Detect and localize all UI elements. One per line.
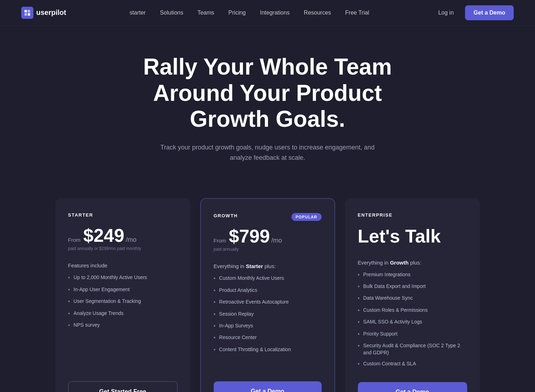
list-item: Session Replay bbox=[214, 311, 322, 318]
enterprise-price-amount: Let's Talk bbox=[358, 226, 467, 246]
list-item: In-App User Engagement bbox=[68, 286, 178, 294]
list-item: SAML SSO & Activity Logs bbox=[358, 318, 467, 326]
logo-text: userpilot bbox=[36, 9, 66, 17]
starter-feature-list: Up to 2,000 Monthly Active Users In-App … bbox=[68, 274, 178, 367]
nav-right: Log in Get a Demo bbox=[432, 5, 514, 20]
starter-cta-button[interactable]: Get Started Free bbox=[68, 381, 178, 392]
growth-card: GROWTH POPULAR From $799 /mo paid annual… bbox=[200, 198, 335, 392]
list-item: Security Audit & Compliance (SOC 2 Type … bbox=[358, 342, 467, 356]
growth-features-title: Everything in Starter plus: bbox=[214, 263, 322, 269]
nav-teams[interactable]: Teams bbox=[192, 7, 220, 18]
list-item: Custom Monthly Active Users bbox=[214, 275, 322, 282]
hero-title: Rally Your Whole Team Around Your Produc… bbox=[115, 54, 420, 132]
nav-resources[interactable]: Resources bbox=[298, 7, 337, 18]
list-item: User Segmentation & Tracking bbox=[68, 298, 178, 305]
login-link[interactable]: Log in bbox=[432, 7, 459, 19]
starter-price-note: paid annually or $299/mo paid monthly bbox=[68, 246, 178, 251]
list-item: Up to 2,000 Monthly Active Users bbox=[68, 274, 178, 282]
nav-get-demo-button[interactable]: Get a Demo bbox=[465, 5, 514, 20]
list-item: Custom Contract & SLA bbox=[358, 360, 467, 368]
starter-price-mo: /mo bbox=[126, 236, 136, 244]
enterprise-card: ENTERPRISE Let's Talk Everything in Grow… bbox=[345, 198, 480, 392]
list-item: Product Analytics bbox=[214, 287, 322, 294]
list-item: Custom Roles & Permissions bbox=[358, 307, 467, 314]
growth-price-from: From bbox=[214, 238, 226, 244]
nav-links: starter Solutions Teams Pricing Integrat… bbox=[124, 10, 375, 16]
growth-price-amount: $799 bbox=[229, 227, 270, 245]
growth-price-row: From $799 /mo bbox=[214, 227, 322, 245]
growth-price-note: paid annually bbox=[214, 247, 322, 252]
list-item: Content Throttling & Localization bbox=[214, 346, 322, 354]
svg-rect-3 bbox=[28, 13, 30, 16]
enterprise-cta-button[interactable]: Get a Demo bbox=[358, 382, 467, 392]
list-item: Analyze Usage Trends bbox=[68, 310, 178, 317]
growth-cta-button[interactable]: Get a Demo bbox=[214, 381, 322, 392]
nav-solutions[interactable]: Solutions bbox=[154, 7, 189, 18]
starter-card: STARTER From $249 /mo paid annually or $… bbox=[55, 198, 190, 392]
starter-plan-label: STARTER bbox=[68, 212, 178, 218]
list-item: Data Warehouse Sync bbox=[358, 295, 467, 302]
enterprise-plan-label: ENTERPRISE bbox=[358, 212, 467, 218]
svg-rect-1 bbox=[28, 10, 30, 12]
logo[interactable]: userpilot bbox=[21, 7, 66, 19]
svg-rect-0 bbox=[24, 10, 27, 12]
nav-pricing[interactable]: Pricing bbox=[223, 7, 251, 18]
nav-free-trial[interactable]: Free Trial bbox=[339, 7, 375, 18]
popular-badge: POPULAR bbox=[291, 213, 322, 221]
logo-icon bbox=[21, 7, 33, 19]
hero-subtitle: Track your product growth goals, nudge u… bbox=[158, 142, 378, 163]
growth-feature-list: Custom Monthly Active Users Product Anal… bbox=[214, 275, 322, 367]
growth-price-mo: /mo bbox=[271, 237, 282, 244]
list-item: In-App Surveys bbox=[214, 322, 322, 330]
list-item: Priority Support bbox=[358, 331, 467, 338]
svg-rect-2 bbox=[24, 13, 27, 16]
list-item: NPS survey bbox=[68, 322, 178, 329]
nav-integrations[interactable]: Integrations bbox=[254, 7, 295, 18]
starter-price-row: From $249 /mo bbox=[68, 226, 178, 245]
list-item: Bulk Data Export and Import bbox=[358, 283, 467, 290]
pricing-section: STARTER From $249 /mo paid annually or $… bbox=[0, 184, 535, 392]
starter-price-amount: $249 bbox=[83, 226, 125, 245]
navigation: userpilot starter Solutions Teams Pricin… bbox=[0, 0, 535, 26]
list-item: Premium Integrations bbox=[358, 271, 467, 279]
starter-features-title: Features include bbox=[68, 262, 178, 268]
nav-platform[interactable]: starter bbox=[124, 7, 151, 18]
list-item: Resource Center bbox=[214, 334, 322, 342]
starter-price-from: From bbox=[68, 237, 81, 243]
hero-section: Rally Your Whole Team Around Your Produc… bbox=[0, 26, 535, 184]
enterprise-features-title: Everything in Growth plus: bbox=[358, 260, 467, 266]
list-item: Retroactive Events Autocapture bbox=[214, 299, 322, 306]
enterprise-feature-list: Premium Integrations Bulk Data Export an… bbox=[358, 271, 467, 368]
